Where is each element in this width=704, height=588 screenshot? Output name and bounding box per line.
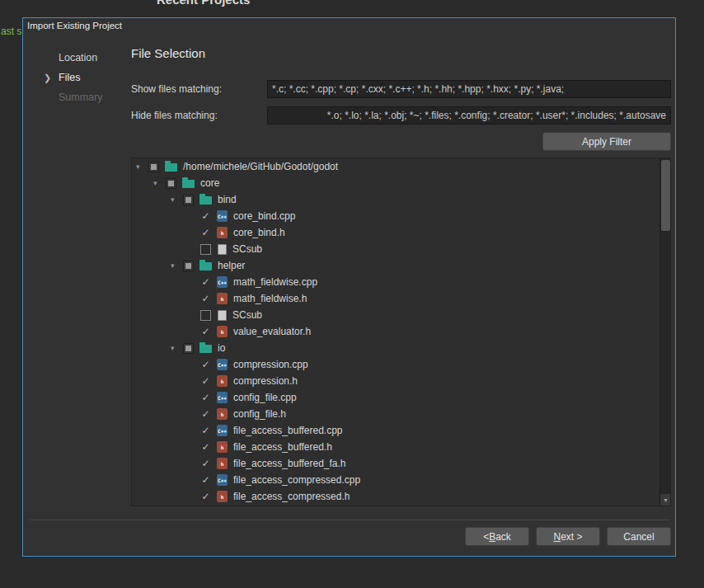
tree-item-label: file_access_compressed.cpp [233,474,360,486]
tree-row[interactable]: ✓C++file_access_buffered.cpp [132,422,659,439]
button-mnemonic: B [489,531,495,543]
tree-row[interactable]: ✓C++core_bind.cpp [132,208,659,224]
expand-arrow-icon[interactable]: ▾ [136,162,148,171]
back-button[interactable]: < Back [465,527,529,546]
tree-item-label: file_access_buffered_fa.h [233,458,346,469]
show-files-input[interactable]: *.c; *.cc; *.cpp; *.cp; *.cxx; *.c++; *.… [267,80,671,98]
dialog-titlebar[interactable]: Import Existing Project [23,18,675,35]
checkbox-checked[interactable]: ✓ [200,459,211,469]
checkbox-checked[interactable]: ✓ [200,409,211,420]
header-file-icon: h [217,375,228,387]
checkbox-partial[interactable] [148,162,159,172]
tree-item-label: config_file.cpp [233,392,297,403]
header-file-icon: h [217,293,228,304]
folder-icon [199,262,212,270]
tree-row[interactable]: ✓C++file_access_compressed.cpp [132,472,659,488]
tree-item-label: compression.cpp [233,359,308,370]
tree-row[interactable]: ▾helper [132,257,659,274]
step-label: Location [59,52,97,64]
header-file-icon: h [217,326,228,337]
step-location: Location [44,48,134,68]
tree-row[interactable]: ▾bind [132,191,659,208]
tree-row[interactable]: ▾core [132,175,659,191]
footer-separator [30,520,670,520]
checkbox-checked[interactable]: ✓ [200,327,211,337]
checkbox-checked[interactable]: ✓ [200,376,211,387]
header-file-icon: h [217,441,228,453]
tree-row[interactable]: ✓hcompression.h [132,373,659,389]
vertical-scrollbar[interactable]: ▼ [659,158,670,506]
tree-item-label: value_evaluator.h [233,326,311,337]
expand-arrow-icon[interactable]: ▾ [171,344,183,352]
tree-row[interactable]: ✓hfile_access_buffered_fa.h [132,455,659,472]
tree-item-label: config_file.h [233,408,286,420]
checkbox-partial[interactable] [183,343,194,354]
expand-arrow-icon[interactable]: ▾ [171,195,183,204]
button-label-part: < [483,531,489,543]
tree-item-label: file_access_buffered.cpp [233,425,343,436]
checkbox-checked[interactable]: ✓ [200,277,211,288]
dialog-title: Import Existing Project [27,21,122,31]
expand-arrow-icon[interactable]: ▾ [171,261,183,270]
checkbox-checked[interactable]: ✓ [200,426,211,436]
checkbox-partial[interactable] [166,178,176,189]
step-label: Files [59,72,80,83]
tree-item-label: core [200,177,219,189]
tree-row[interactable]: ✓hvalue_evaluator.h [132,323,659,340]
checkbox-checked[interactable]: ✓ [200,492,211,502]
header-file-icon: h [217,227,228,238]
checkbox-checked[interactable]: ✓ [200,475,211,486]
checkbox-checked[interactable]: ✓ [200,442,211,453]
expand-arrow-icon[interactable]: ▾ [153,179,166,187]
scroll-down-button[interactable]: ▼ [660,494,671,506]
button-label-part: ext > [561,531,582,543]
checkbox-checked[interactable]: ✓ [200,360,211,370]
wizard-steps: Location ❯ Files Summary [44,48,134,107]
checkbox-checked[interactable]: ✓ [200,393,211,403]
tree-row[interactable]: ✓hconfig_file.h [132,406,659,422]
import-existing-project-dialog: Import Existing Project Location ❯ Files… [22,17,676,557]
step-files: ❯ Files [44,68,134,87]
tree-row[interactable]: ✓C++math_fieldwise.cpp [132,274,659,290]
cpp-file-icon: C++ [217,359,228,370]
checkbox-partial[interactable] [183,261,194,271]
header-file-icon: h [217,458,228,469]
cpp-file-icon: C++ [217,474,228,486]
tree-row[interactable]: SCsub [132,307,659,323]
hide-files-input[interactable]: *.o; *.lo; *.la; *.obj; *~; *.files; *.c… [267,106,671,125]
page-title: File Selection [131,46,205,60]
tree-item-label: core_bind.h [233,227,285,238]
checkbox-checked[interactable]: ✓ [200,211,211,222]
tree-row[interactable]: ✓C++compression.cpp [132,356,659,373]
cpp-file-icon: C++ [217,276,228,288]
button-mnemonic: N [553,531,561,543]
tree-row[interactable]: ✓hfile_access_compressed.h [132,488,659,505]
checkbox-checked[interactable]: ✓ [200,294,211,304]
tree-row[interactable]: ▾io [132,340,659,356]
apply-filter-button[interactable]: Apply Filter [542,132,671,151]
tree-row[interactable]: ✓C++config_file.cpp [132,389,659,406]
folder-icon [199,345,212,353]
step-label: Summary [59,92,102,103]
checkbox-unchecked[interactable] [200,310,211,321]
tree-row[interactable]: ✓hcore_bind.h [132,224,659,241]
tree-row[interactable]: ✓hfile_access_buffered.h [132,439,659,455]
tree-item-label: math_fieldwise.h [233,293,307,304]
checkbox-checked[interactable]: ✓ [200,228,211,238]
cancel-button[interactable]: Cancel [607,527,671,546]
checkbox-unchecked[interactable] [200,244,211,255]
next-button[interactable]: Next > [536,527,600,546]
tree-row[interactable]: ▾/home/michele/GitHub/Godot/godot [132,158,659,175]
cpp-file-icon: C++ [217,210,228,222]
file-icon [218,244,227,255]
button-label-part: ack [495,531,511,543]
tree-row[interactable]: SCsub [132,241,659,257]
tree-row[interactable]: ✓hmath_fieldwise.h [132,290,659,307]
tree-item-label: file_access_buffered.h [233,441,332,453]
current-step-arrow-icon: ❯ [44,73,59,83]
tree-item-label: file_access_compressed.h [233,491,350,502]
background-session-link-text[interactable]: ast s [1,26,21,37]
checkbox-partial[interactable] [183,195,194,205]
scrollbar-thumb[interactable] [661,160,670,231]
tree-item-label: SCsub [232,309,262,321]
